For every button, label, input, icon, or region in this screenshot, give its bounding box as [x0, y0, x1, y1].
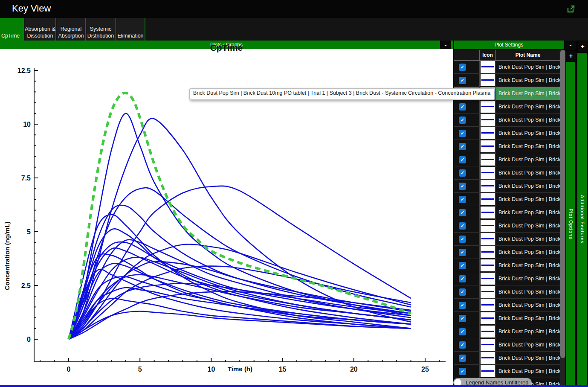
- tab-systemic-distribution[interactable]: Systemic Distribution: [87, 18, 116, 41]
- row-checkbox-cell: ✓: [454, 246, 480, 259]
- table-row[interactable]: ✓Brick Dust Pop Sim | Brick: [454, 74, 560, 87]
- tab-regional-absorption[interactable]: Regional Absorption: [57, 18, 86, 41]
- titlebar: Key View: [0, 0, 588, 18]
- table-row[interactable]: ✓Brick Dust Pop Sim | Brick: [454, 100, 560, 113]
- row-checkbox[interactable]: ✓: [459, 77, 466, 84]
- sidebar-tab-additional-features[interactable]: Additional Features: [577, 53, 587, 385]
- row-icon-cell: [480, 299, 496, 311]
- window-bottom-resize-edge[interactable]: [0, 385, 588, 387]
- row-checkbox[interactable]: ✓: [459, 103, 466, 111]
- plot-options-label: Plot Options: [568, 209, 574, 239]
- row-checkbox-cell: ✓: [454, 312, 480, 325]
- row-checkbox-cell: ✓: [454, 153, 480, 166]
- row-checkbox[interactable]: ✓: [459, 64, 466, 71]
- table-row[interactable]: ✓Brick Dust Pop Sim | Brick: [454, 180, 560, 193]
- row-checkbox[interactable]: ✓: [459, 288, 466, 296]
- plot-settings-title: Plot Settings: [495, 42, 523, 48]
- subject-curve-s14[interactable]: [69, 262, 411, 339]
- row-checkbox[interactable]: ✓: [459, 156, 466, 163]
- row-checkbox-cell: ✓: [454, 365, 480, 378]
- table-row[interactable]: ✓Brick Dust Pop Sim | Brick: [454, 113, 560, 127]
- row-checkbox-cell: ✓: [454, 219, 480, 232]
- table-row[interactable]: ✓Brick Dust Pop Sim | Brick: [454, 338, 560, 352]
- row-icon-cell: [480, 246, 496, 259]
- row-icon-cell: [480, 140, 496, 153]
- row-checkbox[interactable]: ✓: [459, 368, 466, 375]
- table-row[interactable]: ✓Brick Dust Pop Sim | Brick: [454, 233, 560, 246]
- table-row[interactable]: ✓Brick Dust Pop Sim | Brick: [454, 246, 560, 259]
- table-row[interactable]: ✓Brick Dust Pop Sim | Brick: [454, 285, 560, 299]
- row-icon-cell: [480, 365, 496, 378]
- row-checkbox[interactable]: ✓: [459, 328, 466, 335]
- line-style-icon: [481, 259, 495, 271]
- row-checkbox[interactable]: ✓: [459, 341, 466, 349]
- row-checkbox[interactable]: ✓: [459, 236, 466, 243]
- row-plot-name: Brick Dust Pop Sim | Brick: [496, 352, 560, 364]
- table-row[interactable]: ✓Brick Dust Pop Sim | Brick: [454, 219, 560, 233]
- table-row[interactable]: ✓Brick Dust Pop Sim | Brick: [454, 365, 560, 378]
- row-checkbox-cell: ✓: [454, 352, 480, 364]
- line-style-icon: [481, 61, 495, 73]
- plots-graphs-panel: Plots / Graphs - CpTime Concentration (n…: [0, 41, 453, 387]
- row-checkbox[interactable]: ✓: [459, 196, 466, 203]
- table-row[interactable]: ✓Brick Dust Pop Sim | Brick: [454, 259, 560, 272]
- row-checkbox-cell: ✓: [454, 285, 480, 298]
- line-style-icon: [481, 246, 495, 258]
- row-icon-cell: [480, 325, 496, 338]
- curve-tooltip: Brick Dust Pop Sim | Brick Dust 10mg PO …: [189, 88, 494, 100]
- row-checkbox[interactable]: ✓: [459, 249, 466, 256]
- row-checkbox[interactable]: ✓: [459, 222, 466, 230]
- table-row[interactable]: ✓Brick Dust Pop Sim | Brick: [454, 166, 560, 180]
- open-in-new-window-icon[interactable]: [567, 5, 575, 13]
- row-plot-name: Brick Dust Pop Sim | Brick: [496, 87, 560, 100]
- row-checkbox[interactable]: ✓: [459, 169, 466, 177]
- line-style-icon: [481, 220, 495, 232]
- subject-curve-s22[interactable]: [69, 291, 411, 339]
- row-checkbox-cell: ✓: [454, 61, 480, 73]
- row-plot-name: Brick Dust Pop Sim | Brick: [496, 153, 560, 166]
- plot-options-expand-button[interactable]: +: [566, 51, 576, 61]
- x-tick-label: 20: [350, 366, 358, 373]
- line-style-icon: [481, 180, 495, 192]
- row-checkbox[interactable]: ✓: [459, 209, 466, 216]
- subject-curve-s15[interactable]: [69, 263, 411, 339]
- table-row[interactable]: ✓Brick Dust Pop Sim | Brick: [454, 352, 560, 365]
- plot-settings-collapse-button[interactable]: -: [565, 41, 576, 50]
- row-plot-name: Brick Dust Pop Sim | Brick: [496, 285, 560, 298]
- scrollbar-thumb[interactable]: [560, 50, 565, 358]
- row-checkbox[interactable]: ✓: [459, 275, 466, 282]
- table-row[interactable]: ✓Brick Dust Pop Sim | Brick: [454, 61, 560, 74]
- tab-elimination[interactable]: Elimination: [116, 18, 145, 41]
- row-plot-name: Brick Dust Pop Sim | Brick: [496, 206, 560, 219]
- row-checkbox[interactable]: ✓: [459, 130, 466, 137]
- row-checkbox[interactable]: ✓: [459, 116, 466, 124]
- table-row[interactable]: ✓Brick Dust Pop Sim | Brick: [454, 325, 560, 338]
- subject-curve-s5[interactable]: [69, 205, 411, 339]
- table-row[interactable]: ✓Brick Dust Pop Sim | Brick: [454, 206, 560, 219]
- row-icon-cell: [480, 272, 496, 285]
- tab-absorption-dissolution[interactable]: Absorption & Dissolution: [25, 18, 56, 41]
- subject-curve-s24[interactable]: [69, 311, 411, 340]
- row-plot-name: Brick Dust Pop Sim | Brick: [496, 100, 560, 113]
- table-row[interactable]: ✓Brick Dust Pop Sim | Brick: [454, 140, 560, 153]
- table-row[interactable]: ✓Brick Dust Pop Sim | Brick: [454, 272, 560, 285]
- plot-settings-scrollbar[interactable]: [560, 50, 565, 385]
- line-style-icon: [481, 365, 495, 377]
- table-row[interactable]: ✓Brick Dust Pop Sim | Brick: [454, 312, 560, 325]
- sidebar-tab-plot-options[interactable]: Plot Options: [566, 62, 575, 385]
- row-checkbox[interactable]: ✓: [459, 262, 466, 269]
- tab-cptime[interactable]: CpTime: [0, 18, 24, 41]
- plots-graphs-collapse-button[interactable]: -: [440, 41, 451, 49]
- row-checkbox[interactable]: ✓: [459, 355, 466, 362]
- table-row[interactable]: ✓Brick Dust Pop Sim | Brick: [454, 153, 560, 166]
- table-row[interactable]: ✓Brick Dust Pop Sim | Brick: [454, 127, 560, 140]
- row-checkbox[interactable]: ✓: [459, 183, 466, 190]
- row-icon-cell: [480, 153, 496, 166]
- row-checkbox[interactable]: ✓: [459, 315, 466, 322]
- table-row[interactable]: ✓Brick Dust Pop Sim | Brick: [454, 299, 560, 312]
- row-checkbox[interactable]: ✓: [459, 302, 466, 309]
- row-checkbox[interactable]: ✓: [459, 143, 466, 150]
- additional-features-expand-button[interactable]: +: [578, 41, 588, 52]
- table-row[interactable]: ✓Brick Dust Pop Sim | Brick: [454, 193, 560, 206]
- row-checkbox-cell: ✓: [454, 325, 480, 338]
